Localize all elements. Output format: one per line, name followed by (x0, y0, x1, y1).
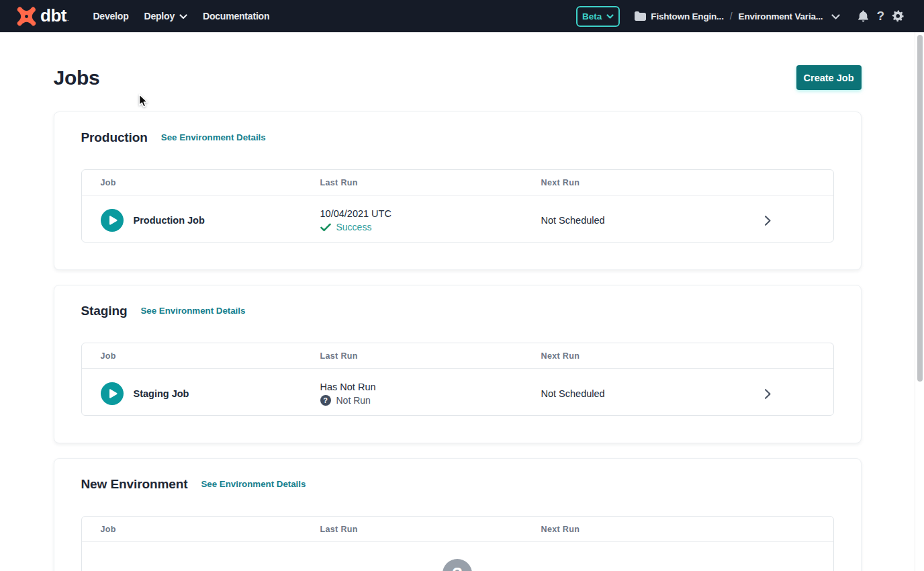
column-header-next-run: Next Run (522, 178, 714, 187)
account-project-selector[interactable]: Fishtown Engin... / Environment Varia... (635, 11, 840, 21)
card-header: Staging See Environment Details (81, 302, 834, 320)
environment-card-staging: Staging See Environment Details Job Last… (54, 285, 862, 443)
table-header-row: Job Last Run Next Run (82, 343, 833, 369)
column-header-last-run: Last Run (302, 178, 522, 187)
play-icon (109, 216, 118, 225)
bell-icon (858, 10, 869, 22)
project-name: Environment Varia... (739, 11, 823, 21)
table-header-row: Job Last Run Next Run (82, 170, 833, 195)
help-icon: ? (876, 9, 884, 24)
nav-item-documentation[interactable]: Documentation (203, 11, 269, 21)
help-button[interactable]: ? (876, 9, 884, 24)
not-run-question-icon: ? (320, 395, 331, 406)
vertical-scrollbar[interactable] (915, 32, 924, 571)
job-name: Production Job (134, 215, 205, 226)
column-header-next-run: Next Run (522, 525, 714, 534)
play-icon (109, 389, 118, 398)
success-check-icon (320, 223, 331, 232)
row-details-button[interactable] (714, 388, 833, 400)
topbar-right-cluster: Beta Fishtown Engin... / Environment Var… (576, 6, 904, 27)
chevron-right-icon (763, 388, 772, 400)
card-header: Production See Environment Details (81, 128, 834, 146)
column-header-last-run: Last Run (302, 525, 522, 534)
environment-name: New Environment (81, 477, 188, 492)
topbar-icons: ? (850, 9, 904, 24)
dbt-logo[interactable]: dbt . (15, 5, 68, 28)
beta-label: Beta (582, 11, 602, 21)
table-header-row: Job Last Run Next Run (82, 517, 833, 542)
folder-icon (635, 11, 646, 21)
job-row-staging-job[interactable]: Staging Job Has Not Run ? Not Run Not Sc… (82, 369, 833, 415)
jobs-page: Jobs Create Job Production See Environme… (0, 32, 915, 571)
next-run-cell: Not Scheduled (522, 215, 714, 226)
last-run-date: Has Not Run (320, 380, 522, 394)
last-run-date: 10/04/2021 UTC (320, 207, 522, 220)
breadcrumb-separator: / (730, 11, 733, 21)
status-badge: Success (336, 220, 372, 234)
column-header-job: Job (82, 351, 302, 361)
chevron-down-icon (831, 14, 840, 20)
column-header-job: Job (82, 178, 302, 187)
run-job-button[interactable] (101, 209, 124, 232)
gear-icon (892, 10, 904, 22)
page-title: Jobs (54, 67, 100, 89)
jobs-table: Job Last Run Next Run ? (81, 516, 834, 571)
nav-documentation-label: Documentation (203, 11, 269, 21)
environment-name: Staging (81, 304, 128, 318)
job-cell: Production Job (82, 209, 302, 232)
nav-deploy-label: Deploy (144, 11, 175, 21)
chevron-down-icon (606, 14, 614, 19)
main-nav: Develop Deploy Documentation (93, 11, 285, 21)
dbt-wordmark: dbt (40, 7, 66, 26)
environment-name: Production (81, 130, 148, 145)
see-environment-details-link[interactable]: See Environment Details (140, 306, 245, 316)
beta-dropdown[interactable]: Beta (576, 6, 620, 27)
account-name: Fishtown Engin... (651, 11, 723, 21)
dbt-trademark-dot: . (67, 15, 69, 22)
chevron-down-icon (179, 14, 187, 19)
column-header-next-run: Next Run (522, 351, 714, 361)
top-navigation-bar: dbt . Develop Deploy Documentation Beta (0, 0, 924, 32)
scrollbar-thumb[interactable] (917, 35, 923, 382)
nav-item-develop[interactable]: Develop (93, 11, 128, 21)
see-environment-details-link[interactable]: See Environment Details (201, 479, 306, 489)
notifications-button[interactable] (858, 10, 869, 22)
status-badge: Not Run (336, 394, 371, 408)
environment-card-production: Production See Environment Details Job L… (54, 112, 862, 270)
settings-button[interactable] (892, 10, 904, 22)
run-job-button[interactable] (101, 382, 124, 405)
column-header-job: Job (82, 525, 302, 534)
job-cell: Staging Job (82, 382, 302, 405)
dbt-logo-icon (15, 5, 38, 28)
chevron-right-icon (763, 215, 772, 226)
card-header: New Environment See Environment Details (81, 475, 834, 493)
last-run-cell: Has Not Run ? Not Run (302, 380, 522, 408)
job-name: Staging Job (134, 388, 189, 399)
job-row-production-job[interactable]: Production Job 10/04/2021 UTC Success (82, 195, 833, 242)
row-details-button[interactable] (714, 215, 833, 226)
last-run-cell: 10/04/2021 UTC Success (302, 207, 522, 234)
jobs-table: Job Last Run Next Run Staging Job (81, 343, 834, 416)
next-run-cell: Not Scheduled (522, 388, 714, 399)
column-header-last-run: Last Run (302, 351, 522, 361)
nav-item-deploy[interactable]: Deploy (144, 11, 187, 21)
empty-jobs-state: ? (82, 542, 833, 571)
page-header: Jobs Create Job (54, 65, 862, 90)
question-circle-icon: ? (443, 559, 472, 571)
see-environment-details-link[interactable]: See Environment Details (161, 132, 266, 142)
create-job-button[interactable]: Create Job (796, 65, 862, 90)
nav-develop-label: Develop (93, 11, 128, 21)
jobs-table: Job Last Run Next Run Production Job (81, 169, 834, 243)
environment-card-new-environment: New Environment See Environment Details … (54, 458, 862, 571)
